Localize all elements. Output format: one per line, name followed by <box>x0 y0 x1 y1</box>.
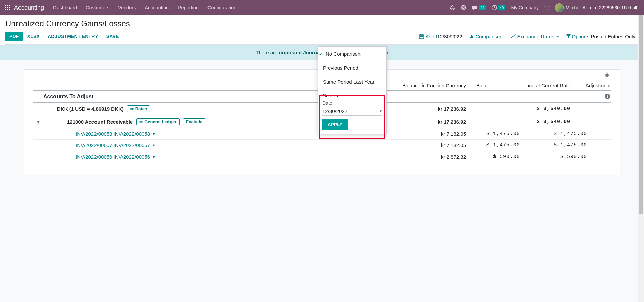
filter-comparison[interactable]: Comparison: <box>466 32 507 41</box>
save-button[interactable]: SAVE <box>102 32 123 41</box>
col-foreign: Balance in Foreign Currency <box>397 82 466 88</box>
activities-badge: 49 <box>498 5 505 10</box>
control-panel: Unrealized Currency Gains/Losses PDF XLS… <box>0 15 644 45</box>
avatar <box>555 3 564 12</box>
comparison-label: Comparison: <box>476 34 504 39</box>
debug-report-icon[interactable] <box>605 72 610 78</box>
adjustment-entry-button[interactable]: ADJUSTMENT ENTRY <box>44 32 102 41</box>
filter-asof[interactable]: As of 12/30/2022 <box>416 32 465 41</box>
inv-adjust: $ 1,475.00 <box>520 142 587 148</box>
dd-no-comparison[interactable]: No Comparison <box>318 47 386 61</box>
svg-rect-13 <box>420 36 421 37</box>
rates-button[interactable]: ⇒ Rates <box>127 105 150 112</box>
inv-current: $ 1,475.00 <box>466 131 520 137</box>
asof-date: 12/30/2022 <box>437 34 462 39</box>
inv-foreign: kr 2,872.82 <box>397 154 466 160</box>
messages-icon[interactable]: 11 <box>469 5 489 10</box>
dd-date-input[interactable]: 12/30/2022 ▼ <box>322 107 382 116</box>
inv-foreign: kr 7,182.05 <box>397 142 466 148</box>
caret-down-icon: ▼ <box>152 132 156 136</box>
inv-adjust: $ 1,475.00 <box>520 131 587 137</box>
nav-reporting[interactable]: Reporting <box>173 5 203 10</box>
dd-custom-label: Custom <box>322 93 382 98</box>
svg-rect-8 <box>9 9 10 10</box>
filter-options[interactable]: Options:Posted Entries Only <box>563 32 639 41</box>
xlsx-button[interactable]: XLSX <box>23 32 44 41</box>
invoice-name[interactable]: INV/2022/00056 INV/2022/00056▼ <box>43 154 397 160</box>
app-brand[interactable]: Accounting <box>14 4 44 11</box>
svg-rect-7 <box>7 9 8 10</box>
nav-vendors[interactable]: Vendors <box>114 5 140 10</box>
exclude-button[interactable]: Exclude <box>183 118 206 125</box>
debug-icon[interactable] <box>541 5 552 10</box>
dd-date-value: 12/30/2022 <box>322 108 347 114</box>
nav-accounting[interactable]: Accounting <box>140 5 173 10</box>
asof-prefix: As of <box>425 34 437 39</box>
svg-rect-6 <box>5 9 6 10</box>
bug-report-icon[interactable] <box>447 5 458 10</box>
apps-icon[interactable] <box>3 3 12 12</box>
messages-badge: 11 <box>479 5 486 10</box>
dd-date-label: Date : <box>322 100 382 106</box>
inv-foreign: kr 7,182.05 <box>397 131 466 137</box>
row-invoice: INV/2022/00057 INV/2022/00057▼ kr 7,182.… <box>33 140 611 151</box>
svg-rect-15 <box>422 36 423 37</box>
nav-configuration[interactable]: Configuration <box>203 5 241 10</box>
exchange-label: Exchange Rates <box>517 34 554 39</box>
company-switcher[interactable]: My Company <box>508 5 541 10</box>
svg-point-19 <box>606 74 609 77</box>
calendar-icon <box>419 34 424 39</box>
dd-custom: Custom Date : 12/30/2022 ▼ APPLY <box>318 89 386 134</box>
inv-adjust: $ 590.00 <box>520 154 587 160</box>
info-icon[interactable]: i <box>605 94 610 99</box>
dkk-foreign: kr 17,236.92 <box>397 106 466 112</box>
col-balance-partial: Bala <box>466 82 486 88</box>
col-current: nce at Current Rate <box>486 82 570 88</box>
svg-text:i: i <box>607 94 608 98</box>
user-menu[interactable]: Mitchell Admin (22289530-16-0-all) <box>552 3 641 12</box>
ar-foreign: kr 17,236.92 <box>397 119 466 125</box>
activities-icon[interactable]: 49 <box>489 5 508 10</box>
invoice-name[interactable]: INV/2022/00057 INV/2022/00057▼ <box>43 142 397 148</box>
inv-current: $ 590.00 <box>466 154 520 160</box>
svg-rect-4 <box>7 7 8 8</box>
dd-previous-period[interactable]: Previous Period <box>318 61 386 75</box>
svg-rect-1 <box>7 5 8 6</box>
dd-same-period[interactable]: Same Period Last Year <box>318 75 386 89</box>
dd-apply-button[interactable]: APPLY <box>322 119 348 130</box>
inv-current: $ 1,475.00 <box>466 142 520 148</box>
scrollbar-thumb[interactable] <box>639 15 643 185</box>
caret-down-icon: ▼ <box>152 155 156 159</box>
caret-down-icon: ▼ <box>152 143 156 147</box>
company-name: My Company <box>511 5 538 10</box>
alert-pre: There are <box>256 49 279 55</box>
support-icon[interactable] <box>458 5 469 11</box>
filter-exchange-rates[interactable]: Exchange Rates ▼ <box>507 32 563 41</box>
caret-down-icon: ▼ <box>379 109 382 113</box>
col-adjust: Adjustment <box>570 82 611 88</box>
comparison-dropdown: No Comparison Previous Period Same Perio… <box>318 46 387 134</box>
filter-icon <box>566 34 571 39</box>
top-navbar: Accounting Dashboard Customers Vendors A… <box>0 0 644 15</box>
ar-current: $ 3,540.00 <box>486 119 570 125</box>
svg-rect-0 <box>5 5 6 6</box>
scrollbar[interactable] <box>638 15 644 185</box>
nav-dashboard[interactable]: Dashboard <box>49 5 81 10</box>
svg-rect-18 <box>472 36 473 38</box>
options-value: Posted Entries Only <box>591 34 635 39</box>
svg-point-10 <box>462 7 464 9</box>
toolbar: PDF XLSX ADJUSTMENT ENTRY SAVE As of 12/… <box>5 32 639 45</box>
options-prefix: Options: <box>572 34 591 39</box>
svg-rect-17 <box>471 35 472 38</box>
svg-rect-16 <box>470 37 471 38</box>
svg-rect-5 <box>9 7 10 8</box>
barchart-icon <box>469 34 474 39</box>
nav-customers[interactable]: Customers <box>81 5 114 10</box>
pdf-button[interactable]: PDF <box>5 32 23 41</box>
general-ledger-button[interactable]: ⇒ General Ledger <box>136 118 179 125</box>
svg-rect-2 <box>9 5 10 6</box>
caret-down-icon: ▼ <box>556 35 560 38</box>
dkk-current: $ 3,540.00 <box>486 106 570 112</box>
expand-caret[interactable]: ▼ <box>33 119 43 125</box>
page-title: Unrealized Currency Gains/Losses <box>5 19 639 28</box>
